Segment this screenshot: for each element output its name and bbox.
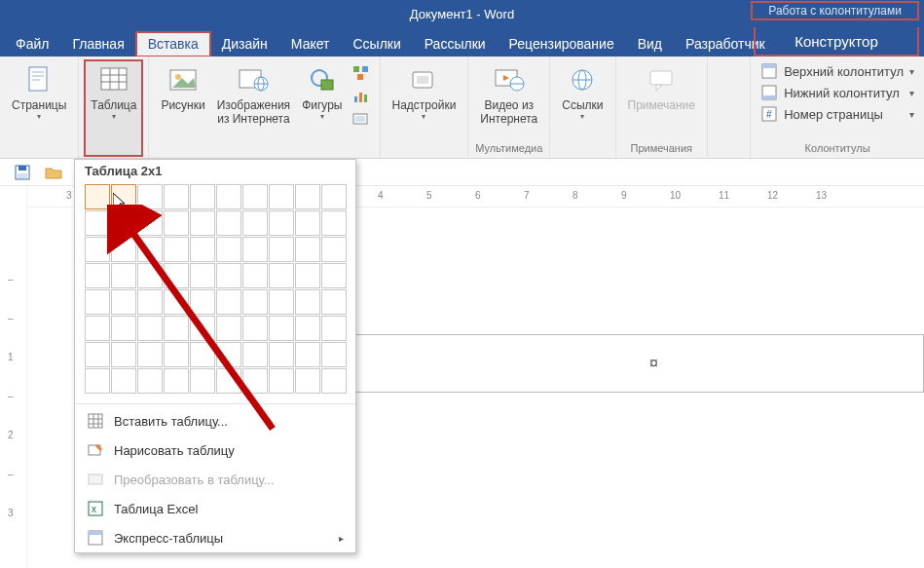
tab-insert[interactable]: Вставка <box>136 32 210 57</box>
table-grid-cell[interactable] <box>190 289 215 315</box>
table-grid-cell[interactable] <box>295 342 320 367</box>
table-grid-cell[interactable] <box>269 368 294 394</box>
tab-mailings[interactable]: Рассылки <box>413 32 498 57</box>
table-grid-cell[interactable] <box>321 289 347 315</box>
table-grid-cell[interactable] <box>321 368 347 394</box>
table-grid-cell[interactable] <box>164 368 189 394</box>
tab-view[interactable]: Вид <box>626 32 674 57</box>
pages-button[interactable]: Страницы ▾ <box>6 60 72 156</box>
table-grid-cell[interactable] <box>242 210 268 236</box>
table-grid-cell[interactable] <box>137 289 163 315</box>
comment-button[interactable]: Примечание <box>622 60 701 116</box>
footer-button[interactable]: Нижний колонтитул ▾ <box>758 82 916 103</box>
pagenum-button[interactable]: # Номер страницы ▾ <box>758 103 916 125</box>
table-grid-cell[interactable] <box>164 184 189 209</box>
table-grid-cell[interactable] <box>321 184 347 209</box>
table-grid-cell[interactable] <box>85 289 110 315</box>
table-grid-cell[interactable] <box>85 368 110 394</box>
table-grid-cell[interactable] <box>242 368 268 394</box>
table-grid-cell[interactable] <box>216 237 241 262</box>
table-grid-cell[interactable] <box>321 210 347 236</box>
table-grid-cell[interactable] <box>164 342 189 367</box>
table-grid-cell[interactable] <box>137 316 163 341</box>
insert-table-item[interactable]: Вставить таблицу... <box>75 406 355 435</box>
table-grid-cell[interactable] <box>269 184 294 209</box>
table-grid-cell[interactable] <box>85 263 110 288</box>
open-button[interactable] <box>45 164 62 181</box>
tab-review[interactable]: Рецензирование <box>498 32 626 57</box>
table-grid-cell[interactable] <box>269 263 294 288</box>
table-grid-cell[interactable] <box>216 316 241 341</box>
table-grid-cell[interactable] <box>216 342 241 367</box>
online-video-button[interactable]: Видео из Интернета <box>474 60 543 130</box>
table-grid-cell[interactable] <box>111 210 136 236</box>
table-grid-cell[interactable] <box>190 210 215 236</box>
table-grid-cell[interactable] <box>85 237 110 262</box>
table-grid-cell[interactable] <box>111 289 136 315</box>
online-pictures-button[interactable]: Изображения из Интернета <box>211 60 296 130</box>
links-button[interactable]: Ссылки ▾ <box>556 60 609 125</box>
table-grid-cell[interactable] <box>85 184 110 209</box>
save-button[interactable] <box>14 164 31 181</box>
table-grid-cell[interactable] <box>111 237 136 262</box>
addins-button[interactable]: Надстройки ▾ <box>387 60 462 125</box>
draw-table-item[interactable]: Нарисовать таблицу <box>75 435 355 465</box>
table-grid-cell[interactable] <box>242 316 268 341</box>
table-grid-cell[interactable] <box>111 368 136 394</box>
tab-references[interactable]: Ссылки <box>341 32 412 57</box>
header-button[interactable]: Верхний колонтитул ▾ <box>758 60 916 82</box>
chart-button[interactable] <box>351 86 372 107</box>
table-grid-cell[interactable] <box>164 263 189 288</box>
table-grid-cell[interactable] <box>111 263 136 288</box>
table-grid-cell[interactable] <box>111 184 136 209</box>
table-grid-cell[interactable] <box>137 342 163 367</box>
table-grid-cell[interactable] <box>295 237 320 262</box>
table-grid-cell[interactable] <box>242 289 268 315</box>
table-grid-cell[interactable] <box>216 289 241 315</box>
table-grid-cell[interactable] <box>242 237 268 262</box>
table-grid-cell[interactable] <box>85 210 110 236</box>
table-grid-cell[interactable] <box>111 342 136 367</box>
pictures-button[interactable]: Рисунки <box>155 60 210 116</box>
table-button[interactable]: Таблица ▾ <box>85 60 142 156</box>
shapes-button[interactable]: Фигуры ▾ <box>296 60 348 125</box>
table-grid-cell[interactable] <box>164 237 189 262</box>
table-grid-cell[interactable] <box>190 184 215 209</box>
tab-file[interactable]: Файл <box>4 32 60 57</box>
table-grid-cell[interactable] <box>269 210 294 236</box>
tab-layout[interactable]: Макет <box>279 32 342 57</box>
table-grid-cell[interactable] <box>269 289 294 315</box>
table-grid-cell[interactable] <box>295 368 320 394</box>
table-grid-cell[interactable] <box>242 184 268 209</box>
screenshot-button[interactable] <box>351 109 372 131</box>
table-grid-cell[interactable] <box>216 368 241 394</box>
tab-design[interactable]: Дизайн <box>210 32 279 57</box>
table-grid-cell[interactable] <box>295 263 320 288</box>
table-grid-cell[interactable] <box>164 289 189 315</box>
table-grid-cell[interactable] <box>242 263 268 288</box>
tab-designer[interactable]: Конструктор <box>754 27 919 57</box>
table-grid-cell[interactable] <box>111 316 136 341</box>
table-grid-cell[interactable] <box>137 210 163 236</box>
table-grid-cell[interactable] <box>190 237 215 262</box>
table-grid-cell[interactable] <box>137 184 163 209</box>
table-grid-cell[interactable] <box>137 237 163 262</box>
table-grid-cell[interactable] <box>216 184 241 209</box>
table-grid-cell[interactable] <box>190 263 215 288</box>
table-grid-cell[interactable] <box>295 289 320 315</box>
table-grid-cell[interactable] <box>164 210 189 236</box>
table-grid-cell[interactable] <box>137 263 163 288</box>
table-grid-cell[interactable] <box>269 342 294 367</box>
table-grid-cell[interactable] <box>190 316 215 341</box>
quick-tables-item[interactable]: Экспресс-таблицы ▸ <box>75 523 355 552</box>
table-grid-cell[interactable] <box>242 342 268 367</box>
table-grid-cell[interactable] <box>190 342 215 367</box>
table-grid-cell[interactable] <box>137 368 163 394</box>
table-grid-cell[interactable] <box>295 184 320 209</box>
table-grid-cell[interactable] <box>321 237 347 262</box>
smartart-button[interactable] <box>351 62 372 84</box>
table-grid-cell[interactable] <box>321 316 347 341</box>
table-grid-cell[interactable] <box>295 316 320 341</box>
tab-home[interactable]: Главная <box>60 32 135 57</box>
table-grid-cell[interactable] <box>216 263 241 288</box>
